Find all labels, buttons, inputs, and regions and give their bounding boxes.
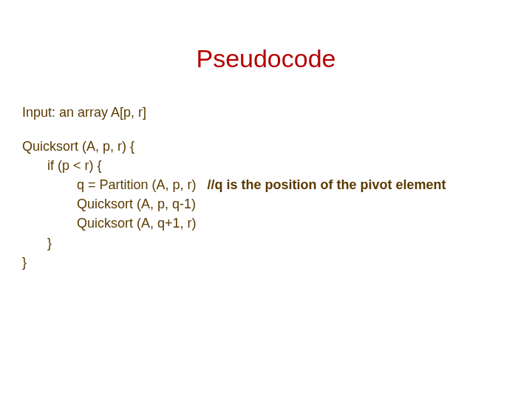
slide-body: Input: an array A[p, r] Quicksort (A, p,… — [22, 103, 510, 272]
assign-text: q = Partition (A, p, r) — [77, 177, 197, 192]
recursive-call-1: Quicksort (A, p, q-1) — [77, 194, 510, 214]
recursive-call-2: Quicksort (A, q+1, r) — [77, 214, 510, 233]
slide: Pseudocode Input: an array A[p, r] Quick… — [0, 0, 532, 399]
slide-title: Pseudocode — [22, 44, 510, 73]
if-line: if (p < r) { — [47, 156, 510, 175]
assign-line: q = Partition (A, p, r) //q is the posit… — [77, 175, 510, 194]
comment-text: //q is the position of the pivot element — [208, 177, 446, 192]
close-brace-outer: } — [22, 253, 510, 272]
input-line: Input: an array A[p, r] — [22, 103, 510, 122]
close-brace-inner: } — [47, 233, 510, 253]
func-signature: Quicksort (A, p, r) { — [22, 137, 510, 156]
